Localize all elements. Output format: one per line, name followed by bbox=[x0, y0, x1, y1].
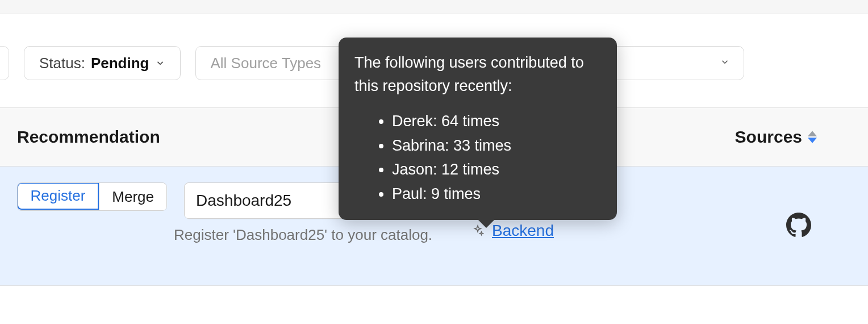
status-filter-label: Status: bbox=[39, 55, 85, 72]
tooltip-list: Derek: 64 times Sabrina: 33 times Jason:… bbox=[354, 110, 601, 205]
entity-name-value: Dashboard25 bbox=[196, 192, 291, 210]
recommendation-actions: Register Merge bbox=[17, 182, 167, 211]
owner-link-text: Backend bbox=[492, 222, 554, 240]
cell-sources bbox=[716, 182, 851, 269]
source-select-caret[interactable] bbox=[712, 57, 738, 69]
tooltip-heading: The following users contributed to this … bbox=[354, 51, 601, 97]
spacer bbox=[0, 14, 868, 35]
owner-contributors-tooltip: The following users contributed to this … bbox=[339, 38, 617, 220]
svg-marker-3 bbox=[808, 138, 817, 143]
caret-down-icon bbox=[808, 137, 817, 144]
column-header-sources-label: Sources bbox=[735, 127, 802, 147]
tooltip-list-item: Sabrina: 33 times bbox=[392, 134, 601, 157]
window-top-strip bbox=[0, 0, 868, 14]
tooltip-list-item: Jason: 12 times bbox=[392, 158, 601, 181]
github-icon bbox=[786, 213, 811, 238]
sort-indicator[interactable] bbox=[808, 130, 817, 144]
svg-marker-2 bbox=[808, 131, 817, 136]
status-filter-value: Pending bbox=[91, 55, 149, 72]
source-types-placeholder: All Source Types bbox=[211, 55, 322, 72]
merge-button[interactable]: Merge bbox=[99, 183, 166, 210]
recommendation-description: Register 'Dashboard25' to your catalog. bbox=[174, 225, 435, 246]
source-github-icon-button[interactable] bbox=[786, 213, 811, 240]
caret-up-icon bbox=[808, 130, 817, 137]
chevron-down-icon bbox=[155, 58, 165, 68]
search-input-edge[interactable] bbox=[0, 46, 9, 80]
column-header-sources[interactable]: Sources bbox=[716, 127, 851, 147]
tooltip-list-item: Paul: 9 times bbox=[392, 182, 601, 206]
tooltip-list-item: Derek: 64 times bbox=[392, 110, 601, 133]
tooltip-arrow bbox=[477, 219, 495, 228]
chevron-down-icon bbox=[720, 57, 730, 67]
register-button[interactable]: Register bbox=[17, 182, 99, 210]
status-filter[interactable]: Status: Pending bbox=[24, 46, 181, 80]
